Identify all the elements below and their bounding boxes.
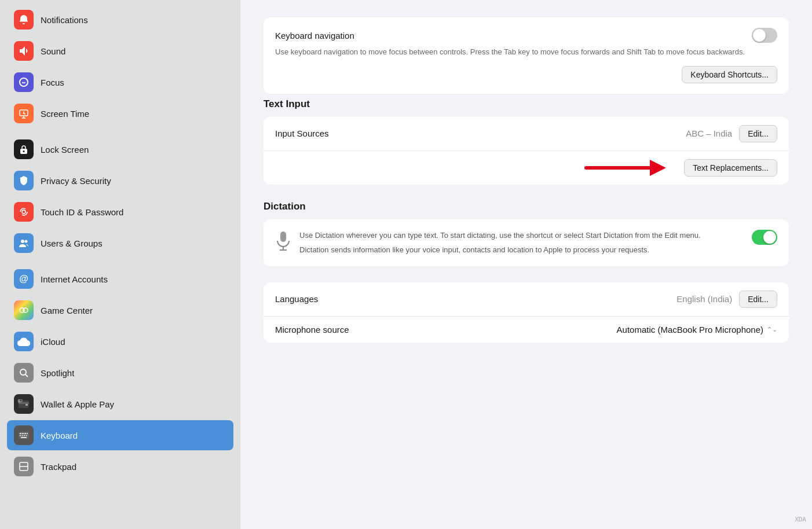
languages-edit-button[interactable]: Edit... [739,291,777,308]
input-sources-label: Input Sources [275,128,686,138]
chevron-updown-icon: ⌃⌄ [767,326,777,333]
sidebar-item-label: Internet Accounts [41,274,108,284]
sidebar-item-label: Keyboard [41,431,78,440]
sidebar-item-label: Spotlight [41,368,74,378]
input-sources-row: Input Sources ABC – India Edit... [264,117,789,151]
sidebar-item-lock-screen[interactable]: Lock Screen [7,134,233,164]
arrow-annotation [580,155,673,181]
svg-rect-22 [24,435,25,436]
sidebar-item-label: Sound [41,46,65,56]
sidebar-item-spotlight[interactable]: Spotlight [7,358,233,388]
svg-rect-24 [21,437,27,438]
sidebar-item-label: Trackpad [41,462,76,472]
dictation-desc2: Dictation sends information like your vo… [299,244,744,256]
svg-rect-21 [22,435,23,436]
svg-rect-17 [22,433,24,434]
keyboard-nav-title: Keyboard navigation [275,31,354,41]
sidebar-item-internet[interactable]: @ Internet Accounts [7,264,233,294]
icloud-icon [14,332,34,351]
sidebar-item-icloud[interactable]: iCloud [7,326,233,357]
svg-rect-23 [26,435,27,436]
svg-rect-18 [24,433,26,434]
sidebar: Notifications Sound Focus Screen Time [0,0,240,529]
svg-rect-27 [280,232,286,242]
microphone-value: Automatic (MacBook Pro Microphone) ⌃⌄ [617,325,777,335]
text-input-section-title: Text Input [264,98,789,110]
notifications-icon [14,10,34,30]
microphone-label: Microphone source [275,325,617,335]
main-content: Keyboard navigation Use keyboard navigat… [240,0,812,529]
sidebar-item-label: Notifications [41,15,88,25]
sidebar-item-label: Users & Groups [41,238,103,248]
text-replacements-button[interactable]: Text Replacements... [684,159,777,177]
sidebar-item-label: Touch ID & Password [41,207,123,217]
dictation-section: Dictation Use Dictation wherever you can… [264,201,789,266]
sidebar-item-notifications[interactable]: Notifications [7,5,233,35]
sidebar-item-focus[interactable]: Focus [7,67,233,97]
sidebar-item-privacy[interactable]: Privacy & Security [7,166,233,196]
privacy-icon [14,171,34,190]
microphone-row: Microphone source Automatic (MacBook Pro… [264,317,789,343]
dictation-card: Use Dictation wherever you can type text… [264,219,789,266]
dictation-text: Use Dictation wherever you can type text… [299,230,744,256]
sidebar-item-screen-time[interactable]: Screen Time [7,98,233,128]
svg-rect-16 [20,433,21,434]
red-arrow-icon [580,155,673,181]
svg-rect-20 [20,435,21,436]
sidebar-item-label: Privacy & Security [41,176,111,186]
sidebar-item-label: Screen Time [41,109,89,119]
svg-rect-19 [27,433,28,434]
sidebar-item-label: Wallet & Apple Pay [41,399,114,409]
input-sources-value: ABC – India [686,128,732,138]
spotlight-icon [14,363,34,383]
sidebar-item-label: Lock Screen [41,145,89,155]
text-input-section: Text Input Input Sources ABC – India Edi… [264,98,789,185]
keyboard-nav-description: Use keyboard navigation to move focus be… [275,46,777,58]
sidebar-item-label: Game Center [41,306,93,315]
svg-point-2 [23,150,25,152]
trackpad-icon [14,457,34,476]
sidebar-item-trackpad[interactable]: Trackpad [7,451,233,482]
sidebar-item-gamecenter[interactable]: Game Center [7,295,233,325]
sidebar-item-keyboard[interactable]: Keyboard [7,420,233,450]
svg-point-5 [25,240,28,243]
microphone-icon [275,231,291,255]
internet-icon: @ [14,269,34,289]
keyboard-icon [14,425,34,445]
keyboard-nav-toggle[interactable] [752,28,777,43]
svg-line-9 [25,374,28,377]
dictation-toggle[interactable] [752,230,777,245]
watermark: XDA [795,516,806,523]
languages-value: English (India) [676,294,732,304]
sidebar-item-label: iCloud [41,337,65,347]
dictation-section-title: Dictation [264,201,789,212]
input-sources-card: Input Sources ABC – India Edit... Text R… [264,117,789,185]
touchid-icon [14,202,34,222]
focus-icon [14,72,34,92]
input-sources-edit-button[interactable]: Edit... [739,125,777,142]
keyboard-shortcuts-button[interactable]: Keyboard Shortcuts... [682,66,777,83]
languages-row: Languages English (India) Edit... [264,282,789,317]
keyboard-navigation-card: Keyboard navigation Use keyboard navigat… [264,17,789,94]
gamecenter-icon [14,300,34,320]
sidebar-item-touchid[interactable]: Touch ID & Password [7,197,233,227]
svg-point-4 [21,240,24,243]
wallet-icon [14,394,34,414]
svg-point-7 [23,308,28,313]
sidebar-item-sound[interactable]: Sound [7,36,233,66]
svg-rect-12 [25,404,28,406]
text-replacements-row: Text Replacements... [264,151,789,185]
languages-label: Languages [275,294,676,304]
sound-icon [14,41,34,61]
screen-time-icon [14,104,34,123]
sidebar-item-wallet[interactable]: Wallet & Apple Pay [7,389,233,419]
sidebar-item-label: Focus [41,78,64,87]
dictation-desc1: Use Dictation wherever you can type text… [299,230,744,241]
lock-screen-icon [14,139,34,159]
svg-point-8 [20,369,26,375]
languages-section: Languages English (India) Edit... Microp… [264,282,789,343]
users-icon [14,233,34,253]
sidebar-item-users[interactable]: Users & Groups [7,228,233,258]
